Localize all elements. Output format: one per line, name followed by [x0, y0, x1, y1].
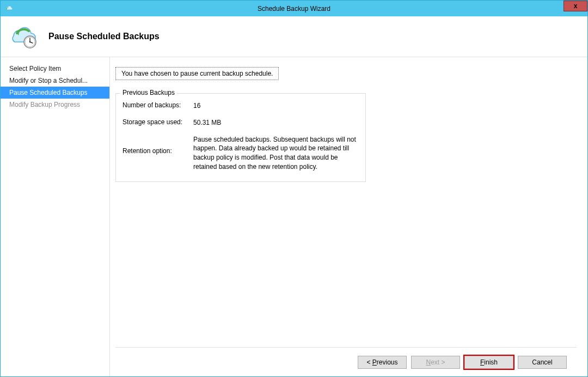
- previous-backups-group: Previous Backups Number of backups: 16 S…: [115, 93, 366, 182]
- row-number-of-backups: Number of backups: 16: [122, 101, 359, 111]
- window-title: Schedule Backup Wizard: [258, 5, 330, 13]
- wizard-content: You have chosen to pause current backup …: [109, 57, 587, 376]
- wizard-window: Schedule Backup Wizard x Pause Scheduled…: [0, 0, 588, 377]
- previous-button[interactable]: < Previous: [358, 356, 407, 369]
- cancel-button[interactable]: Cancel: [518, 356, 567, 369]
- value-number-of-backups: 16: [193, 101, 359, 111]
- row-retention-option: Retention option: Pause scheduled backup…: [122, 135, 359, 172]
- step-select-policy-item[interactable]: Select Policy Item: [1, 63, 109, 75]
- wizard-steps-sidebar: Select Policy Item Modify or Stop a Sche…: [1, 57, 109, 376]
- step-pause-scheduled-backups[interactable]: Pause Scheduled Backups: [1, 87, 109, 99]
- wizard-button-bar: < Previous Next > Finish Cancel: [115, 347, 577, 376]
- next-button: Next >: [411, 356, 460, 369]
- cloud-backup-icon: [6, 22, 39, 52]
- groupbox-title: Previous Backups: [120, 89, 177, 96]
- label-number-of-backups: Number of backups:: [122, 101, 193, 111]
- step-modify-or-stop-schedule[interactable]: Modify or Stop a Schedul...: [1, 75, 109, 87]
- close-button[interactable]: x: [564, 1, 587, 11]
- label-storage-space-used: Storage space used:: [122, 118, 193, 127]
- app-icon: [4, 4, 14, 14]
- step-modify-backup-progress: Modify Backup Progress: [1, 99, 109, 111]
- titlebar: Schedule Backup Wizard x: [1, 1, 587, 16]
- info-message: You have chosen to pause current backup …: [115, 67, 279, 80]
- wizard-body: Select Policy Item Modify or Stop a Sche…: [1, 57, 587, 376]
- page-title: Pause Scheduled Backups: [48, 32, 160, 41]
- close-icon: x: [574, 2, 578, 10]
- row-storage-space-used: Storage space used: 50.31 MB: [122, 118, 359, 127]
- svg-point-6: [29, 41, 31, 43]
- value-retention-option: Pause scheduled backups. Subsequent back…: [193, 135, 359, 172]
- value-storage-space-used: 50.31 MB: [193, 118, 359, 127]
- wizard-header: Pause Scheduled Backups: [1, 16, 587, 57]
- finish-button[interactable]: Finish: [464, 356, 513, 369]
- label-retention-option: Retention option:: [122, 135, 193, 172]
